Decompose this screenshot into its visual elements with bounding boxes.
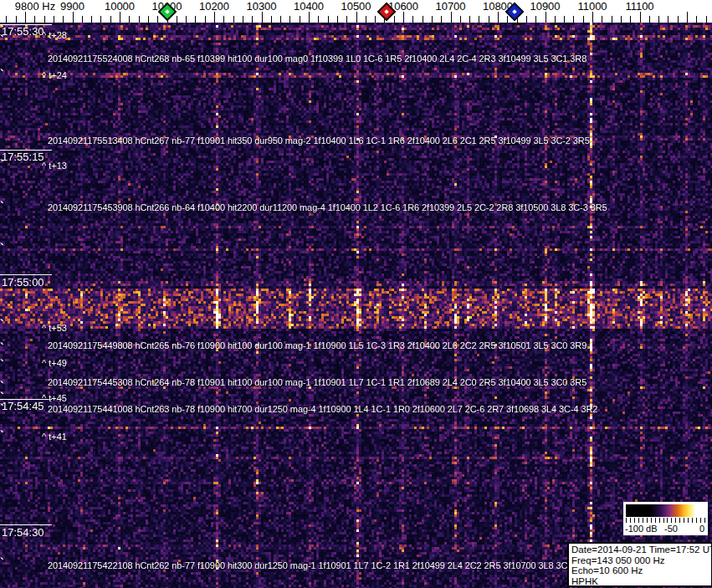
frequency-tick	[375, 16, 376, 23]
db-scale-tick	[667, 518, 668, 523]
db-scale-tick	[704, 518, 705, 523]
edge-event-tick: `	[0, 246, 4, 251]
frequency-tick	[44, 16, 45, 23]
time-axis-tick	[0, 524, 52, 525]
frequency-tick	[612, 16, 612, 23]
frequency-tick	[346, 16, 347, 23]
frequency-tick	[157, 16, 158, 23]
spectrogram-canvas[interactable]	[0, 23, 712, 588]
frequency-label: 10400	[294, 0, 324, 13]
edge-event-tick: `	[0, 345, 4, 350]
frequency-label: 11100	[625, 0, 653, 13]
info-echo: Echo=10 600 Hz	[571, 565, 711, 576]
frequency-tick	[318, 16, 319, 23]
marker-center-dot	[384, 9, 389, 14]
frequency-tick	[300, 16, 300, 23]
edge-event-tick: `	[0, 38, 4, 43]
frequency-tick	[82, 16, 83, 23]
frequency-tick	[507, 16, 508, 23]
detection-log-line: 20140921175524008 hCnt268 nb-65 f10399 h…	[48, 54, 587, 64]
frequency-tick	[25, 12, 26, 23]
frequency-tick	[262, 12, 263, 23]
event-time-marker: ^ t+28	[42, 30, 67, 40]
frequency-tick	[498, 12, 499, 23]
frequency-tick	[489, 16, 489, 23]
frequency-tick	[469, 16, 470, 23]
frequency-tick	[16, 16, 17, 23]
frequency-tick	[441, 16, 442, 23]
frequency-tick	[535, 16, 536, 23]
frequency-tick	[526, 16, 527, 23]
frequency-label: 9900	[60, 0, 85, 13]
time-axis-label: 17:54:30	[2, 526, 44, 539]
frequency-tick	[649, 16, 650, 23]
frequency-tick	[460, 16, 461, 23]
db-scale-tick	[679, 518, 680, 523]
edge-event-tick: `	[0, 204, 4, 209]
frequency-tick	[602, 16, 602, 23]
frequency-tick	[555, 16, 556, 23]
frequency-tick	[328, 16, 329, 23]
frequency-tick	[621, 16, 622, 23]
db-scale-max-label: 0	[699, 524, 704, 534]
frequency-tick	[640, 12, 641, 23]
frequency-tick	[252, 16, 253, 23]
time-axis-label: 17:55:15	[2, 151, 44, 163]
frequency-label: 10700	[435, 0, 465, 13]
time-axis-tick	[0, 274, 52, 275]
db-scale-ticks	[626, 518, 705, 523]
detection-log-line: 20140921175453908 hCnt266 nb-64 f10400 h…	[48, 202, 607, 212]
frequency-tick	[205, 16, 206, 23]
frequency-tick	[479, 16, 479, 23]
frequency-tick	[706, 16, 707, 23]
frequency-tick	[412, 16, 413, 23]
db-scale-tick	[643, 518, 643, 523]
marker-center-dot	[512, 9, 517, 14]
marker-center-dot	[165, 9, 170, 14]
event-time-marker: ^ t+45	[42, 393, 67, 403]
db-scale-tick	[630, 518, 631, 523]
frequency-label: 10200	[199, 0, 229, 13]
frequency-tick	[564, 16, 565, 23]
frequency-tick	[110, 16, 111, 23]
frequency-tick	[91, 16, 92, 23]
frequency-tick	[289, 16, 290, 23]
frequency-tick	[423, 16, 423, 23]
frequency-label: 10000	[105, 0, 135, 13]
db-scale-tick	[692, 518, 693, 523]
frequency-tick	[696, 16, 697, 23]
frequency-tick	[432, 16, 433, 23]
frequency-tick	[309, 12, 310, 23]
edge-event-tick: `	[0, 28, 4, 33]
detection-log-line: 20140921175445308 hCnt264 nb-78 f10901 h…	[48, 377, 587, 387]
db-scale-tick	[700, 518, 701, 523]
frequency-tick	[63, 16, 64, 23]
frequency-tick	[366, 16, 366, 23]
edge-event-tick: `	[0, 406, 4, 412]
db-scale-tick	[655, 518, 656, 523]
frequency-label: 11000	[577, 0, 607, 13]
event-time-marker: ^ t+53	[42, 323, 67, 333]
info-frequency: Freq=143 050 000 Hz	[571, 555, 711, 566]
db-scale-tick	[671, 518, 672, 523]
frequency-label: 10300	[246, 0, 276, 13]
edge-event-tick: `	[0, 322, 4, 327]
edge-event-tick: `	[0, 560, 4, 565]
db-scale-tick	[684, 518, 684, 523]
frequency-tick	[451, 12, 452, 23]
event-time-marker: ^ t+41	[42, 432, 67, 442]
frequency-ruler[interactable]: 9800 Hz990010000101001020010300104001050…	[0, 0, 712, 23]
frequency-tick	[6, 16, 7, 23]
detection-log-line: 20140921175513408 hCnt267 nb-77 f10901 h…	[48, 135, 590, 146]
frequency-tick	[233, 16, 234, 23]
detection-log-line: 20140921175422108 hCnt262 nb-77 f10900 h…	[48, 560, 567, 570]
db-scale-tick	[647, 518, 648, 523]
frequency-label: 9800 Hz	[15, 0, 55, 13]
frequency-tick	[186, 16, 187, 23]
frequency-tick	[271, 16, 272, 23]
frequency-tick	[243, 16, 243, 23]
status-info-box: Date=2014-09-21 Time=17:52 UTC Freq=143 …	[567, 542, 712, 587]
db-scale-tick	[626, 518, 627, 523]
db-color-scale: -100 dB -50 0	[623, 502, 708, 535]
frequency-tick	[687, 12, 688, 23]
